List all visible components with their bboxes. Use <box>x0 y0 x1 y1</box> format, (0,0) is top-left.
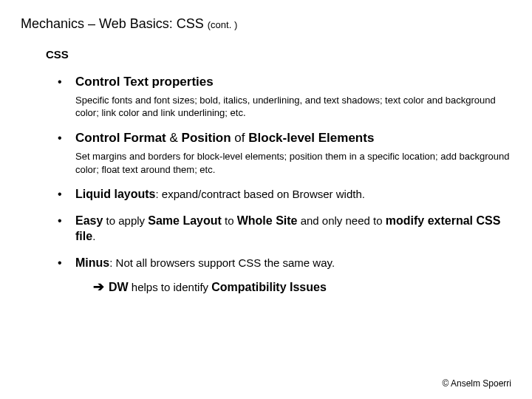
arrow-icon: ➔ <box>93 279 104 294</box>
bullet-4: Easy to apply Same Layout to Whole Site … <box>58 213 511 245</box>
bullet-2-amp: & <box>166 131 182 145</box>
section-heading: CSS <box>46 48 511 61</box>
bullet-3-strong: Liquid layouts <box>75 188 155 200</box>
bullet-3: Liquid layouts: expand/contract based on… <box>58 186 511 202</box>
bullet-2-strong3: Block-level Elements <box>248 131 374 145</box>
bullet-2-desc: Set margins and borders for block-level … <box>75 150 511 176</box>
bullet-4-p4: . <box>92 230 95 242</box>
bullet-5-s1: Minus <box>75 256 109 269</box>
bullet-1: Control Text properties Specific fonts a… <box>58 74 511 120</box>
bullet-5-arrow-line: ➔DW helps to identify Compatibility Issu… <box>75 278 511 296</box>
bullet-5-rest: : Not all browsers support CSS the same … <box>109 256 335 269</box>
bullet-4-s3: Whole Site <box>237 214 298 227</box>
bullet-4-p1: to apply <box>103 214 148 227</box>
slide-title: Mechanics – Web Basics: CSS (cont. ) <box>21 16 511 32</box>
title-main: Mechanics – Web Basics: CSS <box>21 16 204 31</box>
bullet-3-rest: : expand/contract based on Browser width… <box>155 188 365 200</box>
footer-copyright: © Anselm Spoerri <box>442 378 511 389</box>
bullet-4-s2: Same Layout <box>148 214 222 227</box>
bullet-4-p3: and only need to <box>297 214 385 227</box>
bullet-5: Minus: Not all browsers support CSS the … <box>58 255 511 296</box>
title-cont: (cont. ) <box>208 19 237 30</box>
bullet-4-p2: to <box>222 214 237 227</box>
slide: Mechanics – Web Basics: CSS (cont. ) CSS… <box>0 0 532 399</box>
bullet-4-s1: Easy <box>75 214 103 227</box>
bullet-2-strong1: Control Format <box>75 131 166 145</box>
bullet-5-s2: Compatibility Issues <box>211 281 327 293</box>
bullet-1-head: Control Text properties <box>75 74 511 91</box>
bullet-2-of: of <box>231 131 249 145</box>
bullet-list: Control Text properties Specific fonts a… <box>58 74 511 296</box>
bullet-5-dw: DW <box>109 281 129 293</box>
bullet-5-p1: helps to identify <box>129 281 212 293</box>
bullet-2-head: Control Format & Position of Block-level… <box>75 130 511 147</box>
bullet-2-strong2: Position <box>182 131 231 145</box>
bullet-1-desc: Specific fonts and font sizes; bold, ita… <box>75 94 511 120</box>
bullet-2: Control Format & Position of Block-level… <box>58 130 511 176</box>
